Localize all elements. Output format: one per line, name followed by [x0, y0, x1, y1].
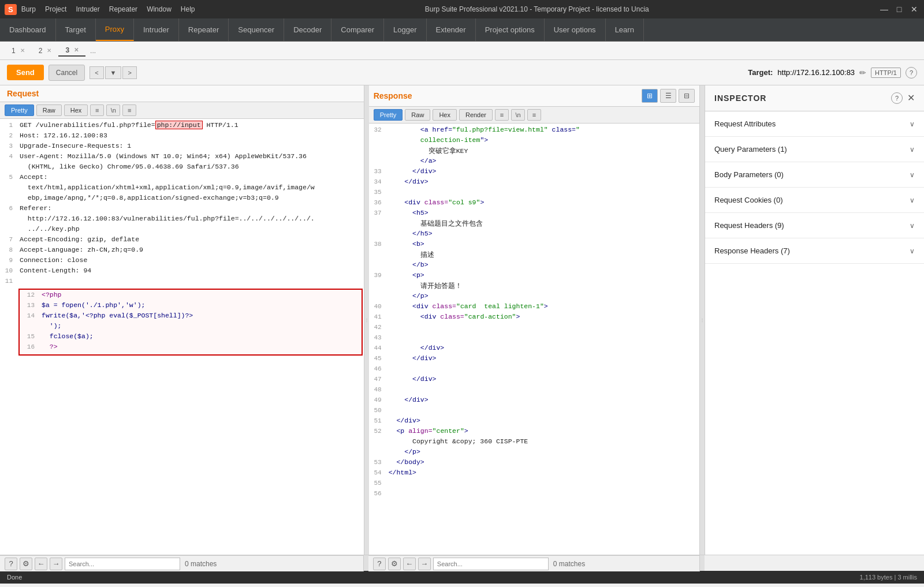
menu-bar[interactable]: Burp Project Intruder Repeater Window He…	[21, 5, 195, 13]
http-version-badge[interactable]: HTTP/1	[871, 68, 901, 78]
inspector-request-cookies: Request Cookies (0) ∨	[705, 188, 924, 213]
inspector-response-headers-header[interactable]: Response Headers (7) ∨	[705, 238, 924, 263]
resp-line-34: 34 </div>	[369, 178, 699, 188]
sub-tab-2[interactable]: 2 ✕	[32, 46, 59, 56]
request-raw-btn[interactable]: Raw	[36, 104, 62, 116]
req-forward-icon[interactable]: →	[50, 558, 62, 570]
resp-line-44: 44 </div>	[369, 344, 699, 354]
resp-line-42: 42	[369, 323, 699, 334]
response-wrap-icon[interactable]: ≡	[527, 109, 541, 121]
sub-tab-1[interactable]: 1 ✕	[5, 46, 32, 56]
req-back-icon[interactable]: ←	[35, 558, 47, 570]
resp-inspector-divider[interactable]: ⋮	[700, 85, 705, 555]
nav-tab-extender[interactable]: Extender	[427, 18, 476, 41]
inspector-request-attributes: Request Attributes ∨	[705, 111, 924, 137]
minimize-button[interactable]: —	[879, 4, 889, 14]
window-controls[interactable]: — □ ✕	[879, 4, 919, 14]
inspector-request-headers-header[interactable]: Request Headers (9) ∨	[705, 213, 924, 238]
response-search-input[interactable]	[433, 558, 549, 570]
response-raw-btn[interactable]: Raw	[405, 109, 430, 121]
menu-help[interactable]: Help	[181, 5, 195, 13]
inspector-request-attributes-header[interactable]: Request Attributes ∨	[705, 111, 924, 136]
inspector-request-attributes-label: Request Attributes	[714, 119, 776, 128]
nav-tab-decoder[interactable]: Decoder	[284, 18, 331, 41]
inspector-query-params-label: Query Parameters (1)	[714, 145, 787, 154]
nav-tab-target[interactable]: Target	[56, 18, 96, 41]
response-hex-btn[interactable]: Hex	[433, 109, 457, 121]
nav-tab-dashboard[interactable]: Dashboard	[0, 18, 56, 41]
sub-tab-1-close[interactable]: ✕	[20, 47, 25, 54]
cancel-button[interactable]: Cancel	[49, 65, 85, 81]
response-render-btn[interactable]: Render	[459, 109, 493, 121]
maximize-button[interactable]: □	[894, 4, 904, 14]
response-format-icon[interactable]: ≡	[495, 109, 509, 121]
nav-down-button[interactable]: ▼	[105, 66, 122, 79]
nav-tab-learn[interactable]: Learn	[606, 18, 644, 41]
req-resp-divider[interactable]: ⋮	[364, 85, 369, 555]
window-title: Burp Suite Professional v2021.10 - Tempo…	[195, 5, 880, 13]
edit-target-icon[interactable]: ✏	[859, 68, 866, 77]
help-icon[interactable]: ?	[906, 67, 917, 78]
code-line-php-14b: ');	[22, 322, 359, 332]
resp-detail-icon[interactable]: ⊟	[679, 89, 695, 103]
close-button[interactable]: ✕	[909, 4, 919, 14]
response-pretty-btn[interactable]: Pretty	[374, 109, 403, 121]
req-settings-icon[interactable]: ⚙	[20, 558, 32, 570]
resp-line-51: 51 </div>	[369, 417, 699, 427]
inspector-query-params-header[interactable]: Query Parameters (1) ∨	[705, 137, 924, 162]
request-search-input[interactable]	[65, 558, 180, 570]
request-hex-btn[interactable]: Hex	[64, 104, 88, 116]
resp-line-38b: 描述	[369, 250, 699, 261]
inspector-request-cookies-header[interactable]: Request Cookies (0) ∨	[705, 188, 924, 212]
menu-repeater[interactable]: Repeater	[109, 5, 137, 13]
request-format-icon[interactable]: ≡	[90, 104, 104, 116]
nav-tab-repeater[interactable]: Repeater	[179, 18, 229, 41]
resp-line-52b: Copyright &copy; 360 CISP-PTE	[369, 438, 699, 448]
response-newline-icon[interactable]: \n	[511, 109, 525, 121]
request-wrap-icon[interactable]: ≡	[122, 104, 136, 116]
resp-grid-icon[interactable]: ⊞	[642, 89, 658, 103]
request-pretty-btn[interactable]: Pretty	[5, 104, 34, 116]
inspector-close-icon[interactable]: ✕	[907, 92, 915, 104]
response-view-icons: ⊞ ☰ ⊟	[642, 89, 695, 103]
inspector-request-cookies-label: Request Cookies (0)	[714, 196, 783, 204]
request-newline-icon[interactable]: \n	[106, 104, 120, 116]
resp-line-55: 55	[369, 479, 699, 489]
inspector-body-params-header[interactable]: Body Parameters (0) ∨	[705, 162, 924, 187]
code-line-req-11: 11	[0, 277, 364, 287]
inspector-help-icon[interactable]: ?	[891, 92, 903, 104]
nav-tab-sequencer[interactable]: Sequencer	[229, 18, 284, 41]
response-matches-text: 0 matches	[553, 560, 585, 568]
resp-line-48: 48	[369, 386, 699, 396]
php-block: 12 <?php 13 $a = fopen('./1.php','w'); 1…	[18, 289, 363, 356]
send-button[interactable]: Send	[7, 65, 44, 80]
sub-tab-more[interactable]: ...	[85, 46, 100, 56]
resp-forward-icon[interactable]: →	[418, 558, 431, 570]
resp-line-37b: 基础题目之文件包含	[369, 219, 699, 230]
resp-list-icon[interactable]: ☰	[660, 89, 676, 103]
sub-tab-2-close[interactable]: ✕	[47, 47, 51, 54]
resp-line-40: 40 <div class="card teal lighten-1">	[369, 302, 699, 313]
menu-intruder[interactable]: Intruder	[76, 5, 99, 13]
resp-back-icon[interactable]: ←	[403, 558, 416, 570]
sub-tab-3[interactable]: 3 ✕	[58, 45, 85, 57]
resp-line-33: 33 </div>	[369, 167, 699, 178]
nav-back-button[interactable]: <	[90, 66, 103, 79]
resp-line-52c: </p>	[369, 448, 699, 458]
menu-project[interactable]: Project	[45, 5, 66, 13]
nav-tab-proxy[interactable]: Proxy	[96, 18, 134, 41]
nav-tab-comparer[interactable]: Comparer	[331, 18, 384, 41]
nav-forward-button[interactable]: >	[122, 66, 136, 79]
nav-tab-logger[interactable]: Logger	[384, 18, 426, 41]
nav-tab-project-options[interactable]: Project options	[476, 18, 545, 41]
menu-window[interactable]: Window	[147, 5, 172, 13]
nav-tab-user-options[interactable]: User options	[545, 18, 606, 41]
response-panel: Response ⊞ ☰ ⊟ Pretty Raw Hex Render ≡ \…	[369, 85, 700, 555]
menu-burp[interactable]: Burp	[21, 5, 36, 13]
sub-tab-3-close[interactable]: ✕	[74, 47, 79, 53]
req-help-icon[interactable]: ?	[5, 558, 17, 570]
resp-settings-icon[interactable]: ⚙	[388, 558, 401, 570]
nav-tab-intruder[interactable]: Intruder	[134, 18, 179, 41]
resp-help-icon[interactable]: ?	[373, 558, 386, 570]
resp-line-50: 50	[369, 406, 699, 417]
